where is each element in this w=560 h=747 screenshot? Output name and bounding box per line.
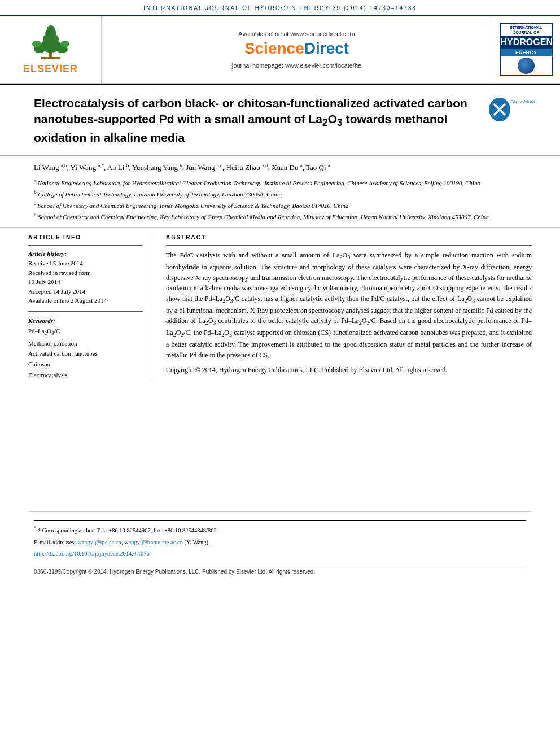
- sd-direct: Direct: [304, 40, 349, 57]
- title-text: Electrocatalysis of carbon black- or chi…: [34, 95, 487, 148]
- email2-link[interactable]: wangyi@home.ipe.ac.cn: [124, 539, 183, 545]
- keywords-divider: [28, 311, 143, 312]
- top-banner: ELSEVIER Available online at www.science…: [0, 16, 560, 84]
- keyword-4: Chitosan: [28, 359, 143, 370]
- journal-header: INTERNATIONAL JOURNAL OF HYDROGEN ENERGY…: [0, 0, 560, 16]
- article-info-divider: [28, 245, 143, 246]
- footer-top-divider: [34, 520, 526, 521]
- right-logo-box: International Journal of HYDROGEN ENERGY: [492, 16, 560, 83]
- body-section: ARTICLE INFO Article history: Received 5…: [0, 228, 560, 387]
- available-online-text: Available online at www.sciencedirect.co…: [238, 30, 355, 37]
- keywords-group: Keywords: Pd–La2O3/C Methanol oxidation …: [28, 317, 143, 381]
- keyword-2: Methanol oxidation: [28, 338, 143, 349]
- keyword-1: Pd–La2O3/C: [28, 326, 143, 338]
- keyword-3: Activated carbon nanotubes: [28, 348, 143, 359]
- received-value: Received 5 June 2014: [28, 259, 143, 268]
- elsevier-brand-label: ELSEVIER: [23, 63, 78, 75]
- accepted-value: Accepted 14 July 2014: [28, 287, 143, 296]
- he-bottom-text: ENERGY: [501, 49, 552, 56]
- center-banner: Available online at www.sciencedirect.co…: [102, 16, 492, 83]
- he-top-text: International Journal of: [508, 24, 545, 36]
- affiliations: a National Engineering Laboratory for Hy…: [34, 177, 526, 222]
- sd-science: Science: [244, 40, 304, 57]
- history-group: Article history: Received 5 June 2014 Re…: [28, 250, 143, 305]
- affiliation-d: d School of Chemistry and Chemical Engin…: [34, 211, 526, 221]
- doi-line: http://dx.doi.org/10.1016/j.ijhydene.201…: [34, 549, 526, 559]
- svg-rect-1: [41, 57, 60, 59]
- journal-homepage-text: journal homepage: www.elsevier.com/locat…: [232, 62, 361, 69]
- title-section: Electrocatalysis of carbon black- or chi…: [0, 85, 560, 156]
- crossmark-icon: [489, 99, 510, 120]
- elsevier-tree-icon: [25, 24, 76, 61]
- abstract-divider: [166, 245, 532, 246]
- abstract-panel: ABSTRACT The Pd/C catalysts with and wit…: [166, 234, 532, 380]
- article-info-title: ARTICLE INFO: [28, 234, 143, 241]
- svg-point-9: [60, 41, 69, 47]
- article-info-panel: ARTICLE INFO Article history: Received 5…: [28, 234, 152, 380]
- svg-point-8: [32, 41, 41, 47]
- crossmark-badge: CrossMark: [498, 95, 526, 121]
- keyword-5: Electrocatalysts: [28, 370, 143, 381]
- authors-section: Li Wang a,b, Yi Wang a,*, An Li b, Yunsh…: [0, 156, 560, 228]
- sciencedirect-logo: ScienceDirect: [244, 40, 349, 58]
- online-value: Available online 2 August 2014: [28, 296, 143, 305]
- authors-line: Li Wang a,b, Yi Wang a,*, An Li b, Yunsh…: [34, 161, 526, 174]
- abstract-text: The Pd/C catalysts with and without a sm…: [166, 250, 532, 360]
- he-middle-text: HYDROGEN: [501, 36, 552, 49]
- crossmark-label: CrossMark: [510, 99, 535, 104]
- svg-point-5: [47, 25, 55, 32]
- main-title: Electrocatalysis of carbon black- or chi…: [34, 95, 487, 146]
- revised-value: Received in revised form 10 July 2014: [28, 268, 143, 287]
- footer-section: * * Corresponding author. Tel.: +86 10 8…: [0, 512, 560, 580]
- elsevier-logo-box: ELSEVIER: [0, 16, 102, 83]
- journal-header-text: INTERNATIONAL JOURNAL OF HYDROGEN ENERGY…: [143, 5, 417, 11]
- doi-link[interactable]: http://dx.doi.org/10.1016/j.ijhydene.201…: [34, 551, 150, 557]
- affiliation-c: c School of Chemistry and Chemical Engin…: [34, 200, 526, 210]
- la-sub: 2: [322, 117, 328, 129]
- email-line: E-mail addresses: wangyi@ipe.ac.cn, wang…: [34, 538, 526, 548]
- hydrogen-energy-badge: International Journal of HYDROGEN ENERGY: [500, 23, 553, 76]
- o-sub: 3: [337, 117, 343, 129]
- affiliation-b: b College of Petrochemical Technology, L…: [34, 189, 526, 199]
- he-circle-icon: [518, 58, 535, 74]
- abstract-title: ABSTRACT: [166, 234, 532, 241]
- email1-link[interactable]: wangyi@ipe.ac.cn: [77, 539, 121, 545]
- keywords-label: Keywords:: [28, 317, 143, 324]
- affiliation-a: a National Engineering Laboratory for Hy…: [34, 177, 526, 187]
- history-label: Article history:: [28, 250, 143, 257]
- issn-line: 0360-3199/Copyright © 2014, Hydrogen Ene…: [34, 565, 526, 575]
- crossmark-circle: [489, 98, 510, 121]
- corresponding-note: * * Corresponding author. Tel.: +86 10 8…: [34, 525, 526, 535]
- abstract-copyright: Copyright © 2014, Hydrogen Energy Public…: [166, 365, 532, 375]
